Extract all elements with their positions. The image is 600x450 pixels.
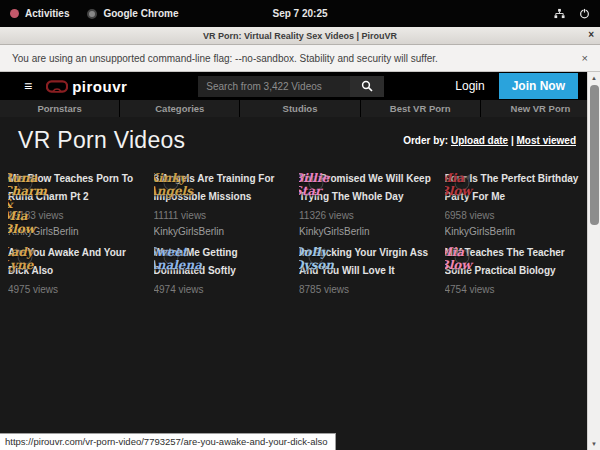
studio-link[interactable]: KinkyGirlsBerlin (299, 226, 370, 237)
window-title: VR Porn: Virtual Reality Sex Videos | Pi… (0, 31, 600, 41)
site-logo[interactable]: pirouvr (46, 78, 127, 95)
video-card: Kinky Angels 47:01 3 Angels Are Training… (154, 168, 292, 239)
menu-item-new-vr[interactable]: New VR Porn (481, 100, 600, 117)
order-link-most-viewed[interactable]: Most viewed (517, 135, 576, 146)
window-close-icon[interactable]: × (588, 29, 594, 40)
view-count: 19183 views (8, 210, 146, 221)
order-by: Order by: Upload date | Most viewed (403, 135, 576, 146)
hamburger-menu-icon[interactable]: ≡ (24, 79, 32, 93)
page-title: VR Porn Videos (18, 127, 185, 154)
video-card: Mia Blow 39:36 Four Is The Perfect Birth… (445, 168, 583, 239)
site-logo-text: pirouvr (72, 78, 127, 95)
power-icon[interactable] (579, 8, 590, 19)
status-bar-url: https://pirouvr.com/vr-porn-video/779325… (0, 433, 336, 450)
video-card: Runa Charm & Mia Blow 43:18 Mia Blow Tea… (8, 168, 146, 239)
order-by-label: Order by: (403, 135, 448, 146)
video-card: Mia Blow 35:58 Milf Teaches The Teacher … (445, 242, 583, 295)
login-link[interactable]: Login (455, 79, 484, 93)
join-now-button[interactable]: Join Now (499, 73, 578, 99)
menu-item-best-vr[interactable]: Best VR Porn (361, 100, 480, 117)
network-icon[interactable] (554, 8, 565, 19)
site-navbar: ≡ pirouvr Login Join No (0, 72, 600, 100)
menu-item-studios[interactable]: Studios (240, 100, 359, 117)
search-bar (198, 76, 384, 97)
view-count: 4974 views (154, 284, 292, 295)
menu-item-pornstars[interactable]: Pornstars (0, 100, 119, 117)
browser-viewport: ≡ pirouvr Login Join No (0, 72, 600, 450)
view-count: 6958 views (445, 210, 583, 221)
video-card: Lady Lyne 30:17 Are You Awake And Your D… (8, 242, 146, 295)
search-icon (361, 80, 373, 92)
page-header: VR Porn Videos Order by: Upload date | M… (0, 117, 600, 164)
sandbox-warning-bar: You are using an unsupported command-lin… (0, 45, 600, 72)
video-card: Billie Star 25:03 You Promised We Will K… (299, 168, 437, 239)
system-top-bar: Activities Google Chrome Sep 7 20:25 (0, 0, 600, 27)
warning-text: You are using an unsupported command-lin… (12, 53, 438, 64)
view-count: 4975 views (8, 284, 146, 295)
desktop-screen: Activities Google Chrome Sep 7 20:25 VR … (0, 0, 600, 450)
studio-link[interactable]: KinkyGirlsBerlin (445, 226, 516, 237)
page-scrollbar[interactable]: ▲ ▼ (587, 72, 600, 450)
order-link-upload-date[interactable]: Upload date (451, 135, 508, 146)
video-card: Dolly Dyson 33:59 Im Fucking Your Virgin… (299, 242, 437, 295)
menu-item-categories[interactable]: Categories (120, 100, 239, 117)
scroll-up-icon[interactable]: ▲ (588, 72, 600, 84)
view-count: 8785 views (299, 284, 437, 295)
scrollbar-thumb[interactable] (590, 85, 599, 225)
search-input[interactable] (198, 76, 350, 97)
video-card: Sweet Analena 36:30 Watch Me Getting Dom… (154, 242, 292, 295)
clock[interactable]: Sep 7 20:25 (0, 8, 600, 19)
search-button[interactable] (350, 76, 384, 97)
warning-close-icon[interactable]: × (582, 52, 588, 64)
scroll-down-icon[interactable]: ▼ (588, 438, 600, 450)
view-count: 4754 views (445, 284, 583, 295)
video-grid: Runa Charm & Mia Blow 43:18 Mia Blow Tea… (0, 164, 600, 295)
view-count: 11326 views (299, 210, 437, 221)
studio-link[interactable]: KinkyGirlsBerlin (154, 226, 225, 237)
view-count: 11111 views (154, 210, 292, 221)
window-titlebar[interactable]: VR Porn: Virtual Reality Sex Videos | Pi… (0, 27, 600, 45)
vr-headset-icon (46, 80, 68, 93)
main-menu: Pornstars Categories Studios Best VR Por… (0, 100, 600, 117)
